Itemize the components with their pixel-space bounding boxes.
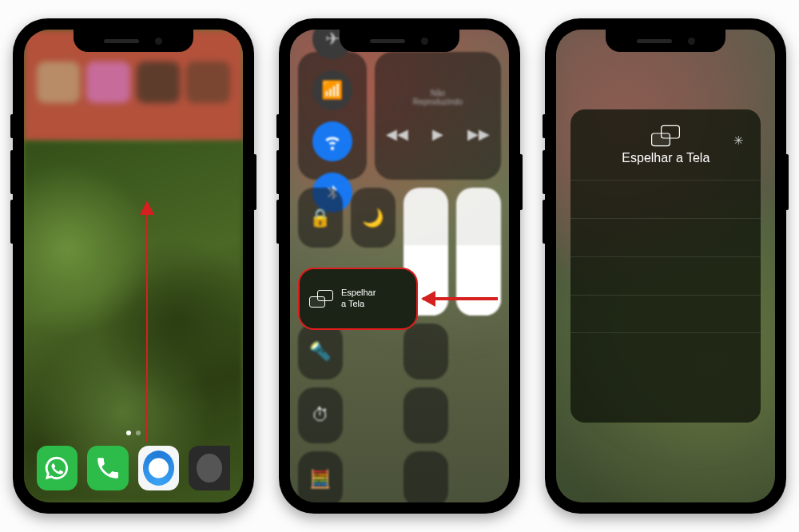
cellular-data-toggle[interactable]: 📶 <box>312 70 352 110</box>
phone-app-icon[interactable] <box>87 446 129 490</box>
device-list-row[interactable] <box>570 218 761 256</box>
camera-app-icon[interactable] <box>189 446 230 490</box>
device-list-row[interactable] <box>570 295 761 333</box>
now-playing-label: NãoReproduzindo <box>386 89 490 106</box>
previous-track-button[interactable]: ◀◀ <box>386 125 408 143</box>
notch <box>74 30 193 52</box>
play-button[interactable]: ▶ <box>432 125 443 143</box>
device-list-row[interactable] <box>570 256 761 295</box>
screen-mirroring-modal: Espelhar a Tela <box>570 109 761 423</box>
banner-thumb <box>86 62 130 103</box>
modal-title: Espelhar a Tela <box>622 151 710 165</box>
do-not-disturb-toggle[interactable]: 🌙 <box>351 188 396 248</box>
control-button[interactable] <box>403 387 448 443</box>
notch <box>340 30 459 52</box>
connectivity-panel[interactable]: ✈ 📶 <box>298 52 367 180</box>
device-list-row[interactable] <box>570 180 761 218</box>
home-screen <box>24 30 243 502</box>
page-indicator <box>126 431 141 435</box>
calculator-button[interactable]: 🧮 <box>298 451 343 502</box>
loading-spinner-icon <box>733 133 746 146</box>
next-track-button[interactable]: ▶▶ <box>467 125 490 143</box>
screen-mirroring-label-line1: Espelhar <box>341 288 376 297</box>
media-panel[interactable]: NãoReproduzindo ◀◀ ▶ ▶▶ <box>375 52 501 180</box>
screen-mirroring-sheet: Espelhar a Tela <box>556 30 775 502</box>
timer-button[interactable]: ⏱ <box>298 387 343 443</box>
dock <box>32 442 235 494</box>
orientation-lock-toggle[interactable]: 🔒 <box>298 188 343 248</box>
screen-mirroring-icon <box>651 125 680 146</box>
banner-thumb <box>37 62 81 103</box>
banner-thumb <box>137 62 181 103</box>
phone-icon <box>94 455 121 482</box>
screen-mirroring-button[interactable]: Espelhar a Tela <box>298 268 418 330</box>
phone-mockup-1 <box>13 18 254 514</box>
whatsapp-app-icon[interactable] <box>37 446 78 490</box>
notch <box>606 30 725 52</box>
phone-mockup-2: ✈ 📶 NãoReproduzindo ◀◀ ▶ ▶▶ <box>279 18 520 514</box>
phone-mockup-3: Espelhar a Tela <box>545 18 786 514</box>
control-center: ✈ 📶 NãoReproduzindo ◀◀ ▶ ▶▶ <box>290 30 509 502</box>
flashlight-button[interactable]: 🔦 <box>298 324 343 379</box>
tap-arrow-annotation <box>423 297 498 300</box>
screen-mirroring-icon <box>309 290 333 308</box>
control-button[interactable] <box>403 451 448 502</box>
whatsapp-icon <box>43 455 70 482</box>
screen-mirroring-label-line2: a Tela <box>341 299 364 308</box>
safari-app-icon[interactable] <box>138 446 180 490</box>
control-button[interactable] <box>403 324 448 379</box>
wifi-icon <box>322 131 343 152</box>
volume-slider[interactable] <box>456 188 501 316</box>
swipe-up-arrow-annotation <box>146 202 148 442</box>
banner-thumb <box>186 62 230 103</box>
wifi-toggle[interactable] <box>312 121 352 161</box>
